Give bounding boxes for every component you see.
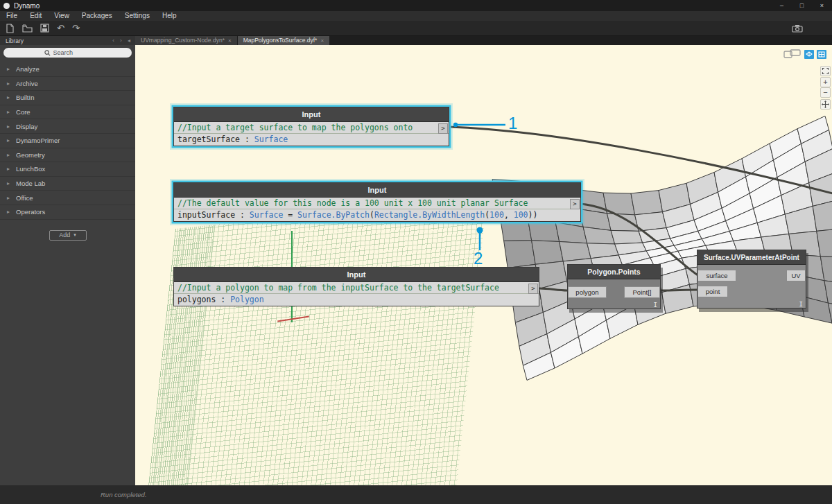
geometry-preview-icon[interactable] [804, 50, 814, 59]
expand-arrow-icon: ▸ [7, 152, 10, 158]
library-panel-header: Library ‹ › ◂ [0, 36, 135, 45]
annotation-dot-1 [453, 123, 458, 127]
node-input-inputsurface[interactable]: Input //The default value for this node … [173, 182, 581, 222]
node-title: Input [174, 107, 449, 122]
lacing-indicator[interactable]: I [654, 302, 657, 309]
library-category-list: ▸Analyze ▸Archive ▸BuiltIn ▸Core ▸Displa… [0, 62, 135, 220]
planar-surface-grid [145, 196, 487, 485]
grid-dense-edge [145, 225, 215, 485]
tab-uvmapping-custom-node[interactable]: UVmapping_Custom-Node.dyn* × [135, 36, 238, 45]
tab-strip: Library ‹ › ◂ UVmapping_Custom-Node.dyn*… [0, 36, 832, 45]
menu-item-packages[interactable]: Packages [76, 11, 119, 21]
lacing-indicator[interactable]: I [799, 301, 803, 308]
input-port-polygon[interactable]: polygon [568, 286, 607, 298]
code-comment-line: //Input a polygon to map from the inputS… [174, 282, 539, 294]
zoom-out-button[interactable]: − [820, 87, 831, 98]
sidebar-item-operators[interactable]: ▸Operators [0, 205, 135, 220]
output-port-points[interactable]: Point[] [624, 286, 660, 298]
output-port-uv[interactable]: UV [786, 270, 806, 281]
menu-item-edit[interactable]: Edit [24, 11, 48, 21]
undo-icon[interactable]: ↶ [57, 24, 64, 33]
code-comment-line: //The default value for this node is a 1… [174, 198, 580, 209]
node-title: Input [174, 268, 539, 282]
menu-item-view[interactable]: View [48, 11, 76, 21]
add-button[interactable]: Add ▾ [49, 230, 87, 241]
menu-item-file[interactable]: File [0, 11, 24, 21]
menu-item-help[interactable]: Help [156, 11, 183, 21]
wire-polygons-to-polygonpoints[interactable] [539, 288, 567, 290]
zoom-in-button[interactable]: + [820, 77, 831, 87]
sidebar-item-label: BuiltIn [16, 94, 34, 101]
add-button-label: Add [59, 232, 70, 238]
save-icon[interactable] [40, 24, 49, 33]
pan-button[interactable] [820, 99, 831, 110]
tab-map-polygons-to-surface[interactable]: MapPolygonsToSurface.dyf* × [238, 36, 330, 45]
node-title: Input [174, 183, 580, 198]
library-sidebar: ▸Analyze ▸Archive ▸BuiltIn ▸Core ▸Displa… [0, 45, 135, 485]
sidebar-item-builtin[interactable]: ▸BuiltIn [0, 91, 135, 105]
sidebar-item-label: Office [16, 194, 33, 202]
sidebar-item-office[interactable]: ▸Office [0, 191, 135, 205]
sidebar-item-dynamoprimer[interactable]: ▸DynamoPrimer [0, 134, 135, 148]
expand-arrow-icon: ▸ [7, 66, 10, 72]
workspace-canvas[interactable]: 1 2 Input //Input a target surface to ma… [135, 45, 832, 485]
sidebar-item-label: Geometry [16, 151, 45, 159]
dynamo-window: Dynamo – □ × File Edit View Packages Set… [0, 0, 832, 504]
redo-icon[interactable]: ↷ [72, 24, 80, 33]
node-title: Surface.UVParameterAtPoint [697, 250, 806, 265]
input-port-surface[interactable]: surface [697, 270, 736, 281]
sidebar-item-geometry[interactable]: ▸Geometry [0, 148, 135, 163]
expand-arrow-icon: ▸ [7, 137, 10, 144]
menu-bar: File Edit View Packages Settings Help [0, 11, 832, 21]
background-preview-icon[interactable] [817, 50, 826, 59]
expand-arrow-icon: ▸ [7, 123, 10, 130]
new-file-icon[interactable] [6, 24, 15, 33]
graph-view-icon[interactable] [783, 49, 801, 59]
search-box[interactable] [3, 48, 132, 58]
node-polygon-points[interactable]: Polygon.Points polygon Point[] I [567, 264, 661, 309]
sidebar-item-label: LunchBox [16, 165, 45, 173]
tab-label: UVmapping_Custom-Node.dyn* [141, 36, 225, 45]
sidebar-item-display[interactable]: ▸Display [0, 119, 135, 134]
annotation-label-2: 2 [474, 249, 483, 268]
node-surface-uvparameteratpoint[interactable]: Surface.UVParameterAtPoint surface UV po… [697, 250, 806, 309]
view-toggle-group [783, 49, 826, 59]
app-logo-icon [3, 3, 10, 9]
output-port[interactable]: > [570, 199, 580, 209]
code-line: polygons : Polygon [174, 294, 539, 306]
sidebar-item-analyze[interactable]: ▸Analyze [0, 62, 135, 77]
expand-arrow-icon: ▸ [7, 195, 10, 201]
sidebar-item-lunchbox[interactable]: ▸LunchBox [0, 162, 135, 177]
search-input[interactable] [53, 49, 92, 56]
input-port-point[interactable]: point [697, 286, 728, 297]
code-line: inputSurface : Surface = Surface.ByPatch… [174, 209, 580, 221]
sidebar-item-mode-lab[interactable]: ▸Mode Lab [0, 177, 135, 191]
tab-scroll-icons[interactable]: ‹ › ◂ [112, 37, 132, 44]
wire-points-to-uvparameter[interactable] [661, 290, 697, 290]
sidebar-item-core[interactable]: ▸Core [0, 105, 135, 120]
sidebar-item-label: DynamoPrimer [16, 137, 60, 144]
sidebar-item-archive[interactable]: ▸Archive [0, 77, 135, 92]
camera-icon[interactable] [792, 24, 803, 33]
node-input-targetsurface[interactable]: Input //Input a target surface to map th… [173, 107, 449, 146]
search-icon [44, 50, 51, 56]
close-button[interactable]: × [812, 0, 832, 11]
status-bar: Run completed. [0, 485, 832, 504]
minimize-button[interactable]: – [772, 0, 792, 11]
menu-item-settings[interactable]: Settings [119, 11, 156, 21]
maximize-button[interactable]: □ [792, 0, 812, 11]
tab-close-icon[interactable]: × [320, 36, 324, 45]
output-port[interactable]: > [438, 123, 448, 134]
node-input-polygons[interactable]: Input //Input a polygon to map from the … [173, 267, 539, 306]
sidebar-item-label: Display [16, 123, 37, 130]
tab-label: MapPolygonsToSurface.dyf* [243, 36, 318, 45]
output-port[interactable]: > [528, 284, 538, 294]
library-panel-label: Library [6, 37, 24, 44]
title-bar: Dynamo – □ × [0, 0, 832, 11]
sidebar-item-label: Mode Lab [16, 180, 45, 187]
code-comment-line: //Input a target surface to map the poly… [174, 122, 449, 134]
tab-close-icon[interactable]: × [228, 36, 232, 45]
run-status-text: Run completed. [101, 491, 147, 498]
zoom-fit-button[interactable] [820, 66, 831, 76]
open-folder-icon[interactable] [22, 24, 33, 33]
